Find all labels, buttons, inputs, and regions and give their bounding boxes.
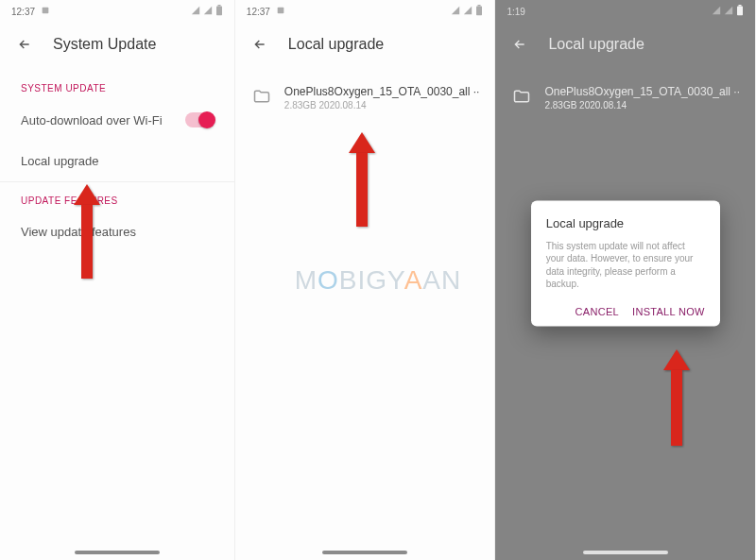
notification-icon	[276, 6, 285, 17]
svg-rect-4	[476, 7, 482, 16]
status-bar: 12:37	[235, 0, 495, 23]
svg-rect-7	[739, 5, 742, 7]
back-arrow-icon	[512, 37, 527, 52]
svg-rect-2	[217, 5, 220, 7]
cancel-button[interactable]: CANCEL	[576, 305, 619, 316]
page-title: Local upgrade	[548, 36, 644, 53]
row-view-update-features[interactable]: View update features	[0, 212, 234, 252]
battery-icon	[475, 5, 483, 18]
battery-icon	[215, 5, 223, 18]
battery-icon	[736, 5, 744, 18]
dialog-title: Local upgrade	[546, 215, 705, 229]
install-now-button[interactable]: INSTALL NOW	[632, 305, 705, 316]
status-time: 12:37	[11, 7, 35, 17]
row-label: View update features	[21, 225, 214, 239]
file-row-ota-package[interactable]: OnePlus8Oxygen_15_OTA_0030_all ·· 2.83GB…	[235, 70, 495, 126]
signal-icon	[203, 6, 213, 17]
folder-icon	[252, 87, 271, 106]
svg-rect-1	[216, 7, 222, 16]
signal-icon	[712, 6, 721, 17]
header: Local upgrade	[495, 23, 755, 70]
section-label-update-features: UPDATE FEATURES	[0, 182, 234, 212]
row-label: Local upgrade	[21, 154, 214, 168]
row-local-upgrade[interactable]: Local upgrade	[0, 141, 234, 181]
nav-handle[interactable]	[322, 551, 407, 554]
row-label: Auto-download over Wi-Fi	[21, 113, 185, 127]
svg-rect-0	[43, 8, 49, 14]
back-arrow-icon[interactable]	[252, 37, 267, 52]
header: System Update	[0, 23, 234, 70]
screenshot-panel-2: 12:37 Local upgrade OnePlus8Ox	[235, 0, 496, 560]
signal-icon	[191, 6, 200, 17]
row-autodownload-wifi[interactable]: Auto-download over Wi-Fi	[0, 99, 234, 141]
screenshot-panel-3: 1:19 Local upgrade OnePlus8Oxygen_15_OTA…	[495, 0, 756, 560]
nav-handle[interactable]	[583, 551, 668, 554]
section-label-system-update: SYSTEM UPDATE	[0, 70, 234, 99]
annotation-arrow	[349, 132, 375, 227]
back-arrow-icon[interactable]	[17, 37, 32, 52]
svg-rect-6	[737, 7, 743, 16]
dialog-body: This system update will not affect your …	[546, 239, 705, 290]
folder-icon	[512, 87, 531, 106]
status-bar: 1:19	[495, 0, 755, 23]
notification-icon	[41, 6, 50, 17]
page-title: Local upgrade	[288, 36, 384, 53]
svg-rect-3	[278, 8, 284, 14]
file-name: OnePlus8Oxygen_15_OTA_0030_all ··	[544, 85, 740, 98]
nav-handle[interactable]	[75, 551, 160, 554]
status-time: 12:37	[247, 7, 270, 17]
svg-rect-5	[478, 5, 481, 7]
signal-icon	[451, 6, 460, 17]
status-time: 1:19	[507, 7, 524, 17]
file-name: OnePlus8Oxygen_15_OTA_0030_all ··	[284, 85, 480, 98]
page-title: System Update	[53, 36, 156, 53]
status-bar: 12:37	[0, 0, 234, 23]
file-row-ota-package: OnePlus8Oxygen_15_OTA_0030_all ·· 2.83GB…	[495, 70, 755, 126]
toggle-autodownload[interactable]	[185, 112, 214, 127]
dialog-local-upgrade: Local upgrade This system update will no…	[531, 200, 720, 326]
file-meta: 2.83GB 2020.08.14	[544, 100, 740, 110]
header: Local upgrade	[235, 23, 495, 70]
signal-icon	[463, 6, 472, 17]
screenshot-panel-1: 12:37 System Update SYSTEM UPDATE Auto-d…	[0, 0, 235, 560]
signal-icon	[724, 6, 733, 17]
file-meta: 2.83GB 2020.08.14	[284, 100, 480, 110]
